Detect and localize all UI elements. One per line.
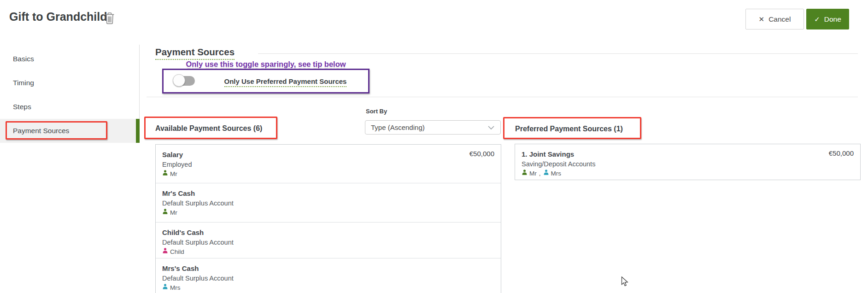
payment-source-type: Default Surplus Account bbox=[162, 274, 494, 283]
payment-source-name: Salary bbox=[162, 150, 494, 160]
owner-separator: , bbox=[539, 169, 541, 178]
payment-source-owners: Mr, Mrs bbox=[522, 169, 854, 178]
payment-source-type: Default Surplus Account bbox=[162, 199, 494, 208]
section-divider bbox=[147, 97, 858, 97]
payment-source-owners: Mr bbox=[162, 170, 494, 179]
owner-name: Mr bbox=[170, 170, 177, 179]
done-button[interactable]: ✓ Done bbox=[806, 9, 849, 29]
owner-name: Mr bbox=[170, 208, 177, 217]
owner-name: Mr bbox=[529, 169, 537, 178]
payment-source-name: 1. Joint Savings bbox=[522, 149, 854, 159]
person-icon bbox=[522, 169, 528, 178]
sidebar-item-label: Payment Sources bbox=[13, 127, 69, 135]
sidebar-item-timing[interactable]: Timing bbox=[0, 75, 136, 91]
payment-source-amount: €50,000 bbox=[829, 149, 854, 157]
toggle-knob bbox=[173, 74, 185, 87]
preferred-only-toggle[interactable] bbox=[174, 76, 195, 86]
person-icon bbox=[543, 169, 549, 178]
sidebar-item-steps[interactable]: Steps bbox=[0, 99, 136, 115]
preferred-payment-sources-list: 1. Joint SavingsSaving/Deposit Accounts … bbox=[515, 144, 861, 180]
sidebar-item-label: Basics bbox=[13, 55, 34, 63]
sort-by-value: Type (Ascending) bbox=[371, 123, 487, 131]
payment-source-row[interactable]: 1. Joint SavingsSaving/Deposit Accounts … bbox=[515, 144, 860, 180]
page-title: Gift to Grandchild bbox=[9, 10, 107, 23]
cancel-button[interactable]: ✕ Cancel bbox=[745, 9, 804, 29]
done-button-label: Done bbox=[824, 15, 841, 23]
check-icon: ✓ bbox=[814, 16, 820, 23]
payment-source-row[interactable]: SalaryEmployed Mr€50,000 bbox=[156, 145, 501, 183]
sidebar-item-label: Timing bbox=[13, 79, 34, 87]
payment-source-owners: Mrs bbox=[162, 283, 494, 293]
payment-source-type: Default Surplus Account bbox=[162, 238, 494, 247]
payment-source-type: Employed bbox=[162, 160, 494, 170]
payment-source-name: Mrs's Cash bbox=[162, 264, 494, 274]
heading-rule bbox=[258, 53, 858, 54]
trash-icon bbox=[104, 18, 115, 26]
person-icon bbox=[162, 170, 168, 179]
payment-source-amount: €50,000 bbox=[469, 150, 494, 158]
close-icon: ✕ bbox=[759, 16, 765, 23]
sort-by-label: Sort By bbox=[366, 108, 387, 115]
sidebar-item-payment-sources[interactable]: Payment Sources bbox=[0, 119, 136, 143]
preferred-list-title: Preferred Payment Sources (1) bbox=[515, 125, 623, 133]
payment-source-row[interactable]: Mrs's CashDefault Surplus Account Mrs bbox=[156, 258, 501, 293]
mouse-cursor-icon bbox=[621, 276, 630, 289]
annotation-note: Only use this toggle sparingly, see tip … bbox=[157, 60, 375, 69]
payment-source-owners: Mr bbox=[162, 208, 494, 217]
section-heading: Payment Sources bbox=[155, 47, 235, 60]
person-icon bbox=[162, 247, 168, 257]
owner-name: Mrs bbox=[170, 283, 181, 293]
cancel-button-label: Cancel bbox=[768, 15, 791, 23]
chevron-down-icon bbox=[487, 123, 495, 132]
available-payment-sources-list: SalaryEmployed Mr€50,000Mr's CashDefault… bbox=[155, 144, 501, 293]
person-icon bbox=[162, 283, 168, 293]
owner-name: Child bbox=[170, 247, 184, 257]
gift-editor-screen: Gift to Grandchild ✕ Cancel ✓ Done Basic… bbox=[0, 0, 868, 293]
delete-button[interactable] bbox=[104, 12, 116, 25]
payment-source-owners: Child bbox=[162, 247, 494, 257]
available-list-title: Available Payment Sources (6) bbox=[155, 124, 262, 133]
payment-source-row[interactable]: Mr's CashDefault Surplus Account Mr bbox=[156, 183, 501, 223]
payment-source-name: Mr's Cash bbox=[162, 188, 494, 199]
payment-source-name: Child's Cash bbox=[162, 228, 494, 238]
sidebar-selected-indicator bbox=[136, 119, 140, 143]
sidebar-item-label: Steps bbox=[13, 103, 31, 111]
annotation-box-toggle: Only Use Preferred Payment Sources bbox=[162, 69, 369, 94]
payment-source-row[interactable]: Child's CashDefault Surplus Account Chil… bbox=[156, 223, 501, 258]
payment-source-type: Saving/Deposit Accounts bbox=[522, 159, 854, 169]
owner-name: Mrs bbox=[551, 169, 562, 178]
toggle-label: Only Use Preferred Payment Sources bbox=[215, 77, 356, 86]
person-icon bbox=[162, 208, 168, 217]
sidebar-item-basics[interactable]: Basics bbox=[0, 51, 136, 67]
sort-by-select[interactable]: Type (Ascending) bbox=[365, 120, 501, 135]
